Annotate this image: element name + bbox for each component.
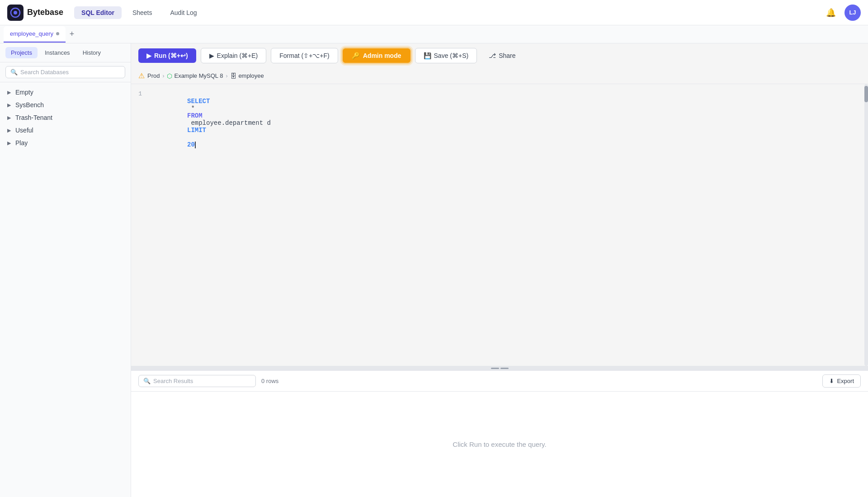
code-number: 20 [187, 141, 195, 148]
key-icon: 🔑 [352, 52, 359, 59]
tree-item-label: Empty [15, 89, 33, 96]
sidebar-nav-history[interactable]: History [77, 47, 106, 58]
editor-toolbar: ▶ Run (⌘+↩) ▶ Explain (⌘+E) Format (⇧+⌥+… [131, 43, 868, 68]
share-label: Share [499, 52, 515, 59]
chevron-right-icon: ▶ [7, 90, 13, 95]
code-text-space [187, 134, 191, 141]
keyword-limit: LIMIT [187, 127, 206, 134]
code-content: SELECT * FROM employee.department d LIMI… [149, 90, 274, 156]
results-empty-message: Click Run to execute the query. [131, 392, 868, 497]
tab-unsaved-dot [56, 32, 59, 35]
code-text: * [187, 105, 198, 112]
svg-point-2 [14, 11, 17, 14]
sidebar: Projects Instances History 🔍 ▶ Empty ▶ S… [0, 43, 131, 497]
save-icon: 💾 [424, 52, 431, 59]
tab-bar: employee_query + [0, 25, 868, 43]
breadcrumb-environment: Prod [147, 72, 160, 79]
search-icon: 🔍 [10, 69, 18, 76]
run-button[interactable]: ▶ Run (⌘+↩) [138, 48, 196, 63]
explain-button[interactable]: ▶ Explain (⌘+E) [201, 48, 267, 63]
sidebar-search-area: 🔍 [0, 62, 131, 82]
warning-icon: ⚠ [138, 71, 145, 80]
main-content: Projects Instances History 🔍 ▶ Empty ▶ S… [0, 43, 868, 497]
code-line-1: 1 SELECT * FROM employee.department d LI… [131, 90, 868, 156]
chevron-right-icon: ▶ [7, 102, 13, 108]
tree-item-empty[interactable]: ▶ Empty [0, 86, 131, 99]
export-button[interactable]: ⬇ Export [822, 374, 861, 388]
tree-item-label: Play [15, 139, 28, 147]
line-number: 1 [131, 90, 149, 97]
search-databases-input[interactable] [20, 69, 120, 76]
tab-label: employee_query [10, 30, 53, 37]
play-icon: ▶ [146, 52, 151, 59]
results-toolbar: 🔍 0 rows ⬇ Export [131, 371, 868, 392]
cursor [195, 141, 196, 148]
tree-item-play[interactable]: ▶ Play [0, 137, 131, 149]
save-button[interactable]: 💾 Save (⌘+S) [415, 48, 477, 63]
share-icon: ⎇ [489, 52, 496, 59]
app-logo-text: Bytebase [27, 8, 63, 17]
avatar[interactable]: LJ [844, 5, 861, 21]
sidebar-tree: ▶ Empty ▶ SysBench ▶ Trash-Tenant ▶ Usef… [0, 82, 131, 497]
top-nav: Bytebase SQL Editor Sheets Audit Log 🔔 L… [0, 0, 868, 25]
search-results-input[interactable] [153, 378, 251, 384]
tab-add-button[interactable]: + [66, 28, 78, 41]
resize-handle[interactable] [131, 366, 868, 370]
breadcrumb-database: 🗄 employee [230, 72, 264, 80]
code-editor[interactable]: 1 SELECT * FROM employee.department d LI… [131, 84, 868, 366]
breadcrumb-sep-2: › [226, 73, 227, 79]
tree-item-label: Trash-Tenant [15, 114, 52, 121]
format-button[interactable]: Format (⇧+⌥+F) [271, 48, 338, 63]
chevron-right-icon: ▶ [7, 115, 13, 121]
resize-dot [491, 368, 499, 369]
admin-label: Admin mode [363, 52, 401, 59]
code-text-table: employee.department d [187, 119, 274, 127]
keyword-from: FROM [187, 112, 203, 119]
editor-area: ▶ Run (⌘+↩) ▶ Explain (⌘+E) Format (⇧+⌥+… [131, 43, 868, 497]
search-results-icon: 🔍 [143, 378, 151, 384]
resize-dots [491, 368, 509, 369]
results-panel: 🔍 0 rows ⬇ Export Click Run to execute t… [131, 370, 868, 497]
sidebar-nav-instances[interactable]: Instances [39, 47, 75, 58]
logo-icon [7, 5, 24, 21]
tree-item-sysbench[interactable]: ▶ SysBench [0, 99, 131, 111]
breadcrumb: ⚠ Prod › ⬡ Example MySQL 8 › 🗄 employee [131, 68, 868, 84]
search-databases-input-wrap: 🔍 [5, 66, 125, 78]
chevron-right-icon: ▶ [7, 140, 13, 146]
save-label: Save (⌘+S) [434, 52, 469, 59]
nav-sql-editor[interactable]: SQL Editor [74, 6, 122, 19]
format-label: Format (⇧+⌥+F) [279, 52, 329, 59]
tree-item-useful[interactable]: ▶ Useful [0, 124, 131, 137]
chevron-right-icon: ▶ [7, 128, 13, 133]
rows-count-badge: 0 rows [261, 378, 278, 384]
tab-employee-query[interactable]: employee_query [4, 26, 66, 43]
tree-item-trash-tenant[interactable]: ▶ Trash-Tenant [0, 111, 131, 124]
explain-label: Explain (⌘+E) [217, 52, 258, 59]
notification-bell-button[interactable]: 🔔 [823, 5, 839, 21]
play-icon-explain: ▶ [209, 52, 214, 59]
run-label: Run (⌘+↩) [154, 52, 188, 59]
resize-dot [500, 368, 509, 369]
keyword-select: SELECT [187, 98, 210, 105]
sidebar-nav-projects[interactable]: Projects [5, 47, 38, 58]
nav-sheets[interactable]: Sheets [125, 6, 160, 19]
tree-item-label: Useful [15, 127, 33, 134]
breadcrumb-instance: ⬡ Example MySQL 8 [167, 72, 223, 80]
instance-icon: ⬡ [167, 72, 172, 80]
nav-audit-log[interactable]: Audit Log [163, 6, 204, 19]
export-label: Export [837, 378, 854, 384]
breadcrumb-sep-1: › [162, 73, 164, 79]
results-search-wrap: 🔍 [138, 375, 256, 387]
share-button[interactable]: ⎇ Share [481, 48, 523, 63]
editor-scrollbar-track[interactable] [864, 84, 868, 366]
logo-area: Bytebase [7, 5, 63, 21]
editor-scrollbar-thumb[interactable] [864, 86, 868, 102]
tree-item-label: SysBench [15, 101, 44, 109]
database-icon: 🗄 [230, 72, 236, 80]
export-icon: ⬇ [829, 378, 834, 384]
sidebar-nav: Projects Instances History [0, 43, 131, 62]
nav-right: 🔔 LJ [823, 5, 861, 21]
admin-mode-button[interactable]: 🔑 Admin mode [343, 48, 410, 63]
